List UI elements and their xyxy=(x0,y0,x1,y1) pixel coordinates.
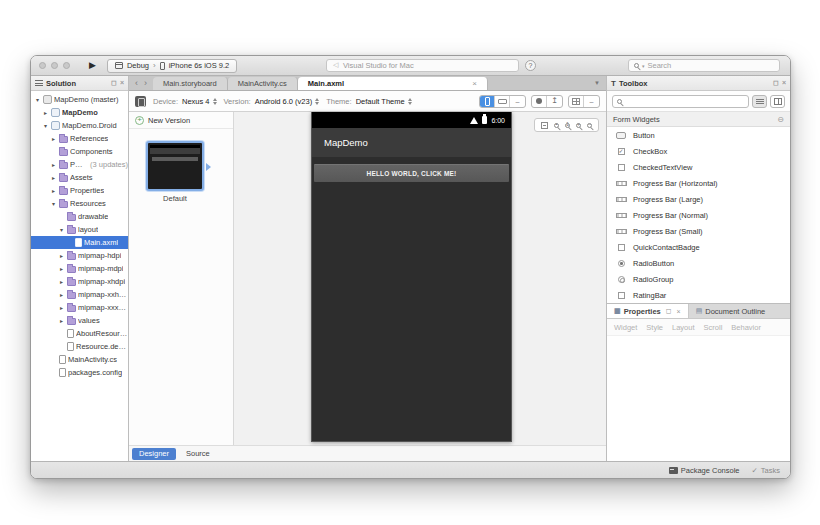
chevron-down-icon[interactable]: ▾ xyxy=(34,97,41,103)
toolbox-item-progressbar-large[interactable]: Progress Bar (Large) xyxy=(607,191,790,207)
toolbox-search-input[interactable] xyxy=(612,95,749,108)
subtab-scroll[interactable]: Scroll xyxy=(704,323,723,332)
tree-item-mipmap-xxhdpi[interactable]: ▸mipmap-xxhdpi xyxy=(31,288,128,301)
tab-overflow-icon[interactable]: ▼ xyxy=(588,80,606,86)
chevron-down-icon[interactable]: ▾ xyxy=(58,227,65,233)
chevron-right-icon[interactable]: ▸ xyxy=(58,318,65,324)
chevron-right-icon[interactable]: ▸ xyxy=(42,110,49,116)
tree-item-packages-config[interactable]: packages.config xyxy=(31,366,128,379)
run-configuration-breadcrumb[interactable]: Debug › iPhone 6s iOS 9.2 xyxy=(107,59,237,73)
dock-icon[interactable]: ◻ xyxy=(111,79,117,87)
android-device-preview[interactable]: 6:00 MapDemo HELLO WORLD, CLICK ME! xyxy=(311,112,512,442)
toolbox-item-quickcontactbadge[interactable]: QuickContactBadge xyxy=(607,239,790,255)
source-tab[interactable]: Source xyxy=(180,448,216,460)
tree-item-properties[interactable]: ▸Properties xyxy=(31,184,128,197)
tree-item-mipmap-mdpi[interactable]: ▸mipmap-mdpi xyxy=(31,262,128,275)
theme-dropdown[interactable]: Default Theme xyxy=(356,97,412,106)
tree-item-main-axml[interactable]: Main.axml xyxy=(31,236,128,249)
toolbox-item-button[interactable]: Button xyxy=(607,127,790,143)
toolbox-item-progressbar-horizontal[interactable]: Progress Bar (Horizontal) xyxy=(607,175,790,191)
chevron-right-icon[interactable]: ▸ xyxy=(58,305,65,311)
tree-item-resource-designer[interactable]: Resource.designer.cs xyxy=(31,340,128,353)
chevron-down-icon[interactable]: ▾ xyxy=(42,123,49,129)
device-config-icon[interactable] xyxy=(135,96,146,107)
toolbox-item-checkedtextview[interactable]: CheckedTextView xyxy=(607,159,790,175)
tree-item-values[interactable]: ▸values xyxy=(31,314,128,327)
tree-item-components[interactable]: Components xyxy=(31,145,128,158)
minimize-window-button[interactable] xyxy=(51,62,58,69)
chevron-right-icon[interactable]: ▸ xyxy=(58,279,65,285)
tree-item-mipmap-xhdpi[interactable]: ▸mipmap-xhdpi xyxy=(31,275,128,288)
tab-properties[interactable]: ▦ Properties ◻ × xyxy=(607,304,689,318)
nav-back-button[interactable]: ‹ xyxy=(135,78,138,88)
subtab-layout[interactable]: Layout xyxy=(672,323,695,332)
dock-icon[interactable]: ◻ xyxy=(773,79,779,87)
search-input[interactable]: ▾ Search xyxy=(628,59,780,72)
chevron-right-icon[interactable]: ▸ xyxy=(50,136,57,142)
package-console-button[interactable]: Package Console xyxy=(669,466,740,475)
tree-item-drawable[interactable]: drawable xyxy=(31,210,128,223)
tree-item-assets[interactable]: ▸Assets xyxy=(31,171,128,184)
hello-world-button[interactable]: HELLO WORLD, CLICK ME! xyxy=(314,164,509,182)
zoom-actual-icon[interactable]: • xyxy=(554,123,559,128)
new-version-button[interactable]: + New Version xyxy=(129,112,233,129)
grid-more-button[interactable]: – xyxy=(584,96,599,107)
run-button[interactable]: ▶ xyxy=(89,61,96,70)
designer-tab[interactable]: Designer xyxy=(132,448,176,460)
tab-document-outline[interactable]: ▤ Document Outline xyxy=(689,304,773,318)
tab-main-storyboard[interactable]: Main.storyboard xyxy=(153,77,228,90)
toolbox-item-radiobutton[interactable]: RadioButton xyxy=(607,255,790,271)
layout-thumbnail-default[interactable]: Default xyxy=(143,141,207,203)
tab-main-axml[interactable]: Main.axml× xyxy=(298,77,488,90)
tree-item-solution[interactable]: ▾MapDemo (master) xyxy=(31,93,128,106)
zoom-in-icon[interactable]: + xyxy=(576,123,581,128)
tree-item-packages[interactable]: ▸Packages(3 updates) xyxy=(31,158,128,171)
dock-icon[interactable]: ◻ xyxy=(666,307,672,315)
list-view-button[interactable] xyxy=(752,95,767,108)
close-icon[interactable]: × xyxy=(782,79,786,87)
toolbox-item-progressbar-small[interactable]: Progress Bar (Small) xyxy=(607,223,790,239)
category-view-button[interactable] xyxy=(770,95,785,108)
chevron-right-icon[interactable]: ▸ xyxy=(58,266,65,272)
device-dropdown[interactable]: Nexus 4 xyxy=(182,97,217,106)
tree-item-references[interactable]: ▸References xyxy=(31,132,128,145)
zoom-out-icon[interactable]: − xyxy=(587,123,592,128)
tab-mainactivity-cs[interactable]: MainActivity.cs xyxy=(228,77,298,90)
subtab-widget[interactable]: Widget xyxy=(614,323,637,332)
feedback-button[interactable]: ? xyxy=(525,60,536,71)
chevron-right-icon[interactable]: ▸ xyxy=(50,175,57,181)
chevron-right-icon[interactable]: ▸ xyxy=(58,253,65,259)
tree-item-layout[interactable]: ▾layout xyxy=(31,223,128,236)
tree-item-mipmap-xxxhdpi[interactable]: ▸mipmap-xxxhdpi xyxy=(31,301,128,314)
tree-item-mipmap-hdpi[interactable]: ▸mipmap-hdpi xyxy=(31,249,128,262)
close-window-button[interactable] xyxy=(39,62,46,69)
subtab-behavior[interactable]: Behavior xyxy=(731,323,761,332)
zoom-window-button[interactable] xyxy=(63,62,70,69)
tree-item-aboutresources[interactable]: AboutResources.txt xyxy=(31,327,128,340)
chevron-right-icon[interactable]: ▸ xyxy=(50,162,57,168)
toolbox-item-checkbox[interactable]: CheckBox xyxy=(607,143,790,159)
close-icon[interactable]: × xyxy=(120,79,124,87)
subtab-style[interactable]: Style xyxy=(646,323,663,332)
tree-item-mainactivity[interactable]: MainActivity.cs xyxy=(31,353,128,366)
close-tab-icon[interactable]: × xyxy=(472,79,477,88)
fit-to-window-icon[interactable] xyxy=(541,122,548,129)
tree-item-mapdemo[interactable]: ▸MapDemo xyxy=(31,106,128,119)
collapse-section-icon[interactable]: ⊖ xyxy=(777,115,784,124)
export-button[interactable]: ↥ xyxy=(547,96,562,107)
tasks-button[interactable]: ✓ Tasks xyxy=(752,466,780,475)
orientation-more-button[interactable]: – xyxy=(510,96,525,107)
toolbox-item-progressbar-normal[interactable]: Progress Bar (Normal) xyxy=(607,207,790,223)
design-canvas[interactable]: 6:00 MapDemo HELLO WORLD, CLICK ME! • xyxy=(234,112,606,445)
grid-button[interactable] xyxy=(569,96,584,107)
version-dropdown[interactable]: Android 6.0 (v23) xyxy=(255,97,320,106)
tree-item-mapdemo-droid[interactable]: ▾MapDemo.Droid xyxy=(31,119,128,132)
form-widgets-section-header[interactable]: Form Widgets ⊖ xyxy=(607,112,790,127)
nav-forward-button[interactable]: › xyxy=(144,78,147,88)
toolbox-item-ratingbar[interactable]: RatingBar xyxy=(607,287,790,303)
chevron-down-icon[interactable]: ▾ xyxy=(50,201,57,207)
landscape-button[interactable] xyxy=(495,96,510,107)
close-icon[interactable]: × xyxy=(677,308,681,315)
theme-circle-button[interactable] xyxy=(532,96,547,107)
chevron-right-icon[interactable]: ▸ xyxy=(50,188,57,194)
